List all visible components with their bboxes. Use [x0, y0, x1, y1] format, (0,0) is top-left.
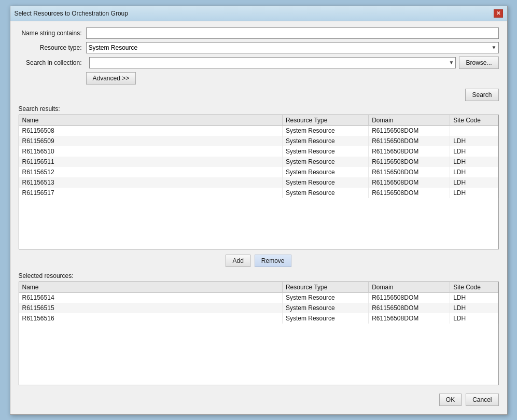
name-string-label: Name string contains: [19, 30, 86, 37]
sel-col-header-site-code: Site Code [450, 282, 498, 293]
cell-resource-type: System Resource [282, 157, 368, 167]
cell-domain: R61156508DOM [369, 167, 450, 177]
selected-resources-table: Name Resource Type Domain Site Code R611… [19, 282, 498, 324]
cell-domain: R61156508DOM [369, 177, 450, 188]
cell-name: R61156510 [19, 146, 283, 157]
cell-resource-type: System Resource [282, 177, 368, 188]
table-row[interactable]: R61156513 System Resource R61156508DOM L… [19, 177, 498, 188]
col-header-name: Name [19, 115, 283, 126]
cell-name: R61156517 [19, 188, 283, 198]
cell-resource-type: System Resource [282, 146, 368, 157]
cell-site-code: LDH [450, 188, 498, 198]
table-row[interactable]: R61156515 System Resource R61156508DOM L… [19, 303, 498, 313]
add-remove-buttons-row: Add Remove [19, 255, 499, 267]
collection-label: Search in collection: [19, 59, 86, 66]
resource-type-row: Resource type: System Resource ▼ [19, 42, 499, 53]
col-header-domain: Domain [369, 115, 450, 126]
sel-col-header-resource-type: Resource Type [282, 282, 368, 293]
search-button[interactable]: Search [465, 89, 498, 101]
cell-resource-type: System Resource [282, 125, 368, 136]
cell-domain: R61156508DOM [369, 157, 450, 167]
cell-resource-type: System Resource [282, 303, 368, 313]
dialog-container: Select Resources to Orchestration Group … [10, 6, 508, 415]
sel-col-header-domain: Domain [369, 282, 450, 293]
dialog-title: Select Resources to Orchestration Group [15, 10, 128, 17]
cell-site-code: LDH [450, 167, 498, 177]
selected-table-container: Name Resource Type Domain Site Code R611… [19, 282, 499, 385]
cell-domain: R61156508DOM [369, 146, 450, 157]
search-results-label: Search results: [19, 105, 499, 113]
collection-row: Search in collection: ▼ Browse... [19, 57, 499, 69]
col-header-resource-type: Resource Type [282, 115, 368, 126]
cell-name: R61156511 [19, 157, 283, 167]
footer-row: OK Cancel [19, 390, 499, 408]
col-header-site-code: Site Code [450, 115, 498, 126]
collection-select[interactable] [89, 57, 456, 68]
table-row[interactable]: R61156512 System Resource R61156508DOM L… [19, 167, 498, 177]
cell-resource-type: System Resource [282, 167, 368, 177]
cell-site-code: LDH [450, 157, 498, 167]
cell-domain: R61156508DOM [369, 188, 450, 198]
search-results-table-container: Name Resource Type Domain Site Code R611… [19, 115, 499, 249]
cell-name: R61156516 [19, 313, 283, 324]
cell-name: R61156513 [19, 177, 283, 188]
selected-header-row: Name Resource Type Domain Site Code [19, 282, 498, 293]
advanced-button[interactable]: Advanced >> [86, 72, 136, 85]
dialog-body: Name string contains: Resource type: Sys… [10, 21, 507, 414]
table-row[interactable]: R61156516 System Resource R61156508DOM L… [19, 313, 498, 324]
cancel-button[interactable]: Cancel [466, 394, 498, 406]
remove-button[interactable]: Remove [255, 255, 291, 267]
ok-button[interactable]: OK [439, 394, 462, 406]
cell-domain: R61156508DOM [369, 136, 450, 146]
cell-domain: R61156508DOM [369, 303, 450, 313]
close-button[interactable]: ✕ [494, 9, 503, 18]
collection-select-wrapper: ▼ [89, 57, 456, 68]
cell-resource-type: System Resource [282, 292, 368, 303]
name-string-row: Name string contains: [19, 27, 499, 39]
search-results-tbody: R61156508 System Resource R61156508DOM R… [19, 125, 498, 198]
resource-type-select[interactable]: System Resource [86, 42, 499, 53]
cell-site-code: LDH [450, 292, 498, 303]
browse-button[interactable]: Browse... [459, 57, 498, 69]
cell-name: R61156508 [19, 125, 283, 136]
resource-type-label: Resource type: [19, 44, 86, 51]
cell-name: R61156515 [19, 303, 283, 313]
cell-name: R61156514 [19, 292, 283, 303]
cell-site-code: LDH [450, 313, 498, 324]
advanced-row: Advanced >> [19, 72, 499, 85]
selected-resources-label: Selected resources: [19, 272, 499, 279]
resource-type-select-wrapper: System Resource ▼ [86, 42, 499, 53]
name-string-input[interactable] [86, 27, 499, 39]
cell-site-code: LDH [450, 136, 498, 146]
cell-site-code: LDH [450, 303, 498, 313]
cell-domain: R61156508DOM [369, 313, 450, 324]
search-row: Search [19, 89, 499, 101]
cell-resource-type: System Resource [282, 136, 368, 146]
add-button[interactable]: Add [226, 255, 250, 267]
cell-resource-type: System Resource [282, 313, 368, 324]
cell-name: R61156509 [19, 136, 283, 146]
selected-resources-tbody: R61156514 System Resource R61156508DOM L… [19, 292, 498, 324]
cell-site-code [450, 125, 498, 136]
table-row[interactable]: R61156511 System Resource R61156508DOM L… [19, 157, 498, 167]
search-results-header-row: Name Resource Type Domain Site Code [19, 115, 498, 126]
table-row[interactable]: R61156514 System Resource R61156508DOM L… [19, 292, 498, 303]
cell-name: R61156512 [19, 167, 283, 177]
table-row[interactable]: R61156510 System Resource R61156508DOM L… [19, 146, 498, 157]
cell-domain: R61156508DOM [369, 125, 450, 136]
cell-domain: R61156508DOM [369, 292, 450, 303]
table-row[interactable]: R61156517 System Resource R61156508DOM L… [19, 188, 498, 198]
cell-resource-type: System Resource [282, 188, 368, 198]
table-row[interactable]: R61156508 System Resource R61156508DOM [19, 125, 498, 136]
sel-col-header-name: Name [19, 282, 283, 293]
table-row[interactable]: R61156509 System Resource R61156508DOM L… [19, 136, 498, 146]
cell-site-code: LDH [450, 177, 498, 188]
cell-site-code: LDH [450, 146, 498, 157]
title-bar: Select Resources to Orchestration Group … [10, 6, 507, 21]
search-results-table: Name Resource Type Domain Site Code R611… [19, 115, 498, 199]
